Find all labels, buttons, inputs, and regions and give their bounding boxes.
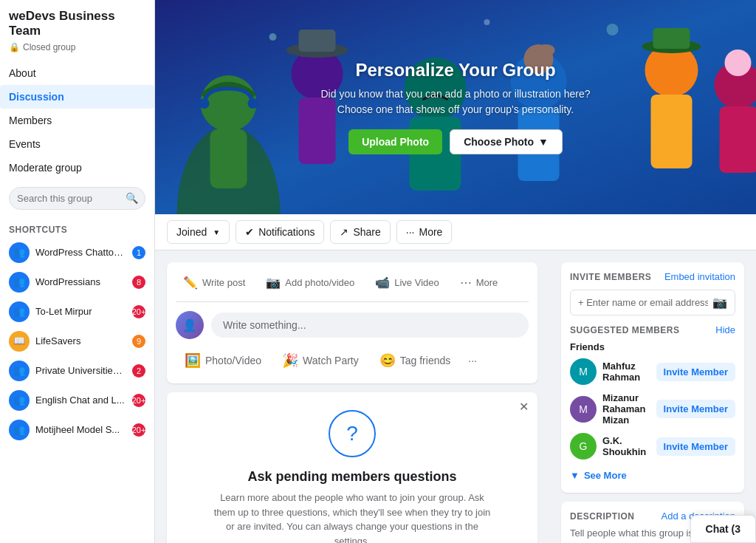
pending-card: ✕ ? Ask pending members questions Learn … — [167, 392, 537, 543]
sidebar-header: weDevs Business Team 🔒 Closed group — [0, 0, 154, 55]
shortcut-to-let-mirpur[interactable]: 👥 To-Let Mirpur 20+ — [0, 297, 154, 327]
share-button[interactable]: ↗ Share — [330, 220, 390, 244]
shortcut-lifesavers[interactable]: 📖 LifeSavers 9 — [0, 327, 154, 356]
shortcut-badge: 20+ — [132, 305, 145, 318]
cover-overlay: Personalize Your Group Did you know that… — [155, 0, 756, 214]
sidebar-item-members[interactable]: Members — [0, 109, 154, 132]
chat-button[interactable]: Chat (3 — [690, 515, 756, 543]
member-name: Mizanur Rahaman Mizan — [602, 392, 650, 426]
more-tab-icon: ⋯ — [460, 276, 472, 290]
shortcut-english-chat[interactable]: 👥 English Chat and L... 20+ — [0, 386, 154, 415]
write-post-tab[interactable]: ✏️ Write post — [176, 271, 252, 294]
camera-icon: 📷 — [712, 296, 727, 310]
shortcut-badge: 9 — [132, 335, 145, 348]
search-icon: 🔍 — [126, 192, 138, 204]
shortcut-name: English Chat and L... — [35, 395, 126, 406]
main-content: Personalize Your Group Did you know that… — [155, 0, 756, 543]
post-more-button[interactable]: ··· — [462, 346, 483, 375]
shortcut-motijheel[interactable]: 👥 Motijheel Model S... 20+ — [0, 415, 154, 445]
notifications-button[interactable]: ✔ Notifications — [236, 220, 324, 244]
choose-photo-button[interactable]: Choose Photo ▼ — [450, 129, 563, 154]
group-type: 🔒 Closed group — [9, 42, 145, 52]
joined-button[interactable]: Joined ▼ — [167, 220, 230, 244]
shortcut-avatar: 👥 — [9, 361, 30, 381]
tag-friends-icon: 😊 — [379, 352, 396, 369]
shortcut-badge: 1 — [132, 246, 145, 259]
photo-icon: 📷 — [266, 276, 281, 290]
photo-video-button[interactable]: 🖼️ Photo/Video — [176, 346, 270, 375]
tag-friends-button[interactable]: 😊 Tag friends — [371, 346, 459, 375]
chevron-down-icon: ▼ — [570, 470, 580, 481]
friends-label: Friends — [570, 341, 735, 352]
cover-area: Personalize Your Group Did you know that… — [155, 0, 756, 214]
post-tabs: ✏️ Write post 📷 Add photo/video 📹 Live V… — [176, 271, 529, 302]
more-tab[interactable]: ⋯ More — [453, 271, 506, 294]
close-button[interactable]: ✕ — [519, 400, 529, 414]
shortcut-wordpress-chatgr[interactable]: 👥 WordPress Chattogr... 1 — [0, 238, 154, 267]
member-avatar: M — [570, 358, 597, 385]
photo-video-icon: 🖼️ — [185, 352, 201, 369]
pending-description: Learn more about the people who want to … — [212, 491, 492, 543]
more-dots-icon: ··· — [406, 226, 415, 238]
cover-title: Personalize Your Group — [355, 60, 555, 81]
member-row: G G.K. Shoukhin Invite Member — [570, 433, 735, 460]
shortcut-avatar: 👥 — [9, 390, 30, 411]
invite-header: INVITE MEMBERS Embed invitation — [570, 271, 735, 282]
member-name: G.K. Shoukhin — [602, 435, 650, 457]
invite-card: INVITE MEMBERS Embed invitation 📷 SUGGES… — [561, 262, 744, 493]
shortcut-avatar: 👥 — [9, 242, 30, 263]
more-button[interactable]: ··· More — [396, 220, 453, 244]
cover-buttons: Upload Photo Choose Photo ▼ — [348, 129, 563, 154]
member-name: Mahfuz Rahman — [602, 361, 650, 383]
invite-member-button[interactable]: Invite Member — [656, 363, 735, 381]
invite-input[interactable] — [578, 297, 708, 308]
member-avatar: M — [570, 396, 597, 423]
sidebar-item-about[interactable]: About — [0, 61, 154, 85]
search-container: 🔍 — [9, 187, 145, 210]
write-icon: ✏️ — [183, 276, 198, 290]
pending-title: Ask pending members questions — [182, 469, 523, 485]
shortcut-avatar: 👥 — [9, 420, 30, 440]
shortcut-badge: 8 — [132, 276, 145, 289]
add-photo-tab[interactable]: 📷 Add photo/video — [258, 271, 362, 294]
invite-member-button[interactable]: Invite Member — [656, 437, 735, 456]
invite-title: INVITE MEMBERS — [570, 272, 651, 282]
content-area: ✏️ Write post 📷 Add photo/video 📹 Live V… — [155, 250, 756, 543]
live-video-tab[interactable]: 📹 Live Video — [368, 271, 446, 294]
description-title: DESCRIPTION — [570, 511, 635, 522]
question-mark-icon: ? — [329, 410, 376, 457]
sidebar-item-moderate[interactable]: Moderate group — [0, 156, 154, 180]
suggested-header: SUGGESTED MEMBERS Hide — [570, 324, 735, 335]
right-panel: INVITE MEMBERS Embed invitation 📷 SUGGES… — [549, 250, 756, 543]
shortcut-name: Private Universities (... — [35, 365, 126, 376]
sidebar-item-discussion[interactable]: Discussion — [0, 85, 154, 109]
chevron-down-icon: ▼ — [213, 228, 220, 236]
hide-link[interactable]: Hide — [715, 324, 735, 335]
action-bar: Joined ▼ ✔ Notifications ↗ Share ··· Mor… — [155, 214, 756, 250]
member-row: M Mahfuz Rahman Invite Member — [570, 358, 735, 385]
group-name: weDevs Business Team — [9, 9, 145, 39]
dots-icon: ··· — [468, 355, 477, 366]
upload-photo-button[interactable]: Upload Photo — [348, 129, 442, 154]
watch-party-button[interactable]: 🎉 Watch Party — [273, 346, 368, 375]
post-actions: 🖼️ Photo/Video 🎉 Watch Party 😊 Tag frien… — [176, 346, 529, 375]
check-icon: ✔ — [245, 226, 254, 238]
invite-member-button[interactable]: Invite Member — [656, 400, 735, 418]
watch-party-icon: 🎉 — [282, 352, 298, 369]
embed-invitation-link[interactable]: Embed invitation — [664, 271, 735, 282]
shortcut-private-universities[interactable]: 👥 Private Universities (... 2 — [0, 356, 154, 386]
see-more-row[interactable]: ▼ See More — [570, 467, 735, 484]
shortcut-avatar: 📖 — [9, 331, 30, 352]
post-input[interactable]: Write something... — [211, 313, 529, 338]
shortcut-avatar: 👥 — [9, 272, 30, 293]
lock-icon: 🔒 — [9, 42, 20, 52]
sidebar-item-events[interactable]: Events — [0, 132, 154, 156]
live-icon: 📹 — [375, 276, 390, 290]
member-avatar: G — [570, 433, 597, 460]
shortcut-wordpressians[interactable]: 👥 WordPressians 8 — [0, 267, 154, 297]
cover-description: Did you know that you can add a photo or… — [315, 86, 596, 117]
invite-input-row: 📷 — [570, 290, 735, 315]
post-box: ✏️ Write post 📷 Add photo/video 📹 Live V… — [167, 262, 537, 383]
sidebar: weDevs Business Team 🔒 Closed group Abou… — [0, 0, 155, 543]
shortcut-badge: 20+ — [132, 423, 145, 437]
